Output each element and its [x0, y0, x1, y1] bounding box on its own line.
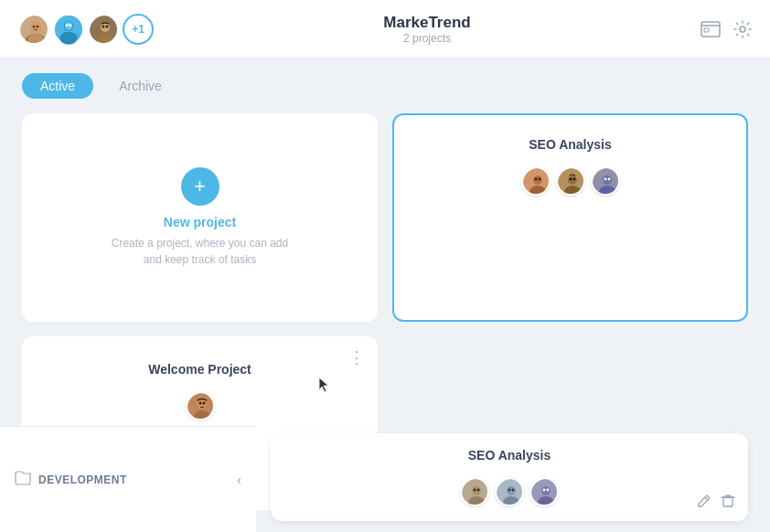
- svg-point-49: [508, 489, 511, 492]
- tabs: Active Archive: [0, 59, 770, 99]
- seo-analysis-title-bottom: SEO Analysis: [289, 448, 730, 463]
- seo-analysis-avatars-top: [416, 166, 724, 196]
- dev-label: DEVELOPMENT: [38, 473, 230, 486]
- seo-actions: [697, 494, 735, 512]
- svg-point-55: [547, 489, 550, 492]
- svg-rect-19: [704, 28, 709, 32]
- svg-point-44: [474, 489, 476, 492]
- svg-point-12: [69, 24, 71, 27]
- seo-bot-avatar-3: [529, 477, 559, 506]
- new-project-card[interactable]: + New project Create a project, where yo…: [22, 113, 378, 322]
- seo-bot-avatar-1: [460, 477, 489, 506]
- tab-archive[interactable]: Archive: [101, 73, 180, 99]
- header: +1 MarkeTrend 2 projects: [0, 0, 770, 59]
- project-count: 2 projects: [383, 32, 470, 45]
- avatar-2-blue[interactable]: [53, 14, 84, 45]
- header-title: MarkeTrend 2 projects: [383, 14, 470, 45]
- svg-point-20: [740, 27, 745, 32]
- bottom-section: DEVELOPMENT ‹ SEO Analysis: [0, 426, 770, 532]
- svg-point-50: [512, 489, 515, 492]
- welcome-project-title: Welcome Project: [44, 362, 356, 377]
- avatar-count[interactable]: +1: [123, 14, 154, 45]
- add-project-button[interactable]: +: [181, 167, 219, 206]
- more-options-button[interactable]: ⋮: [348, 349, 365, 366]
- svg-point-35: [607, 178, 610, 181]
- header-actions: [700, 20, 752, 38]
- svg-point-30: [572, 178, 575, 181]
- proj-avatar-3: [591, 166, 620, 196]
- seo-analysis-card-bottom[interactable]: SEO Analysis: [271, 433, 748, 521]
- svg-point-22: [533, 176, 542, 185]
- tab-active[interactable]: Active: [22, 73, 93, 99]
- svg-point-45: [477, 489, 480, 492]
- delete-button[interactable]: [721, 494, 735, 512]
- svg-point-40: [202, 402, 205, 405]
- proj-avatar-2: [556, 166, 585, 196]
- svg-point-27: [568, 176, 577, 185]
- avatar-1[interactable]: [18, 14, 49, 45]
- seo-analysis-card-top[interactable]: SEO Analysis: [392, 113, 748, 322]
- seo-bot-avatar-2: [495, 477, 524, 506]
- welcome-avatar-1: [186, 391, 215, 420]
- share-button[interactable]: [700, 21, 721, 37]
- svg-point-32: [603, 176, 612, 185]
- new-project-title: New project: [164, 215, 236, 229]
- seo-analysis-avatars-bottom: [289, 477, 730, 506]
- svg-point-5: [37, 25, 39, 27]
- svg-point-11: [66, 24, 69, 27]
- edit-button[interactable]: [697, 494, 711, 512]
- avatar-3[interactable]: [88, 14, 119, 45]
- svg-point-34: [604, 178, 606, 181]
- svg-point-52: [541, 486, 551, 495]
- svg-point-39: [198, 402, 201, 405]
- seo-analysis-title-top: SEO Analysis: [416, 137, 724, 152]
- chevron-left-icon[interactable]: ‹: [237, 473, 241, 487]
- svg-point-42: [472, 486, 481, 495]
- header-avatars: +1: [18, 14, 154, 45]
- app-title: MarkeTrend: [383, 14, 470, 32]
- folder-icon: [15, 471, 31, 489]
- svg-point-3: [30, 22, 41, 33]
- svg-point-25: [538, 178, 540, 181]
- welcome-avatars: [44, 391, 356, 420]
- svg-point-29: [569, 178, 572, 181]
- proj-avatar-1: [521, 166, 551, 196]
- new-project-desc: Create a project, where you can addand k…: [112, 235, 288, 268]
- svg-point-24: [534, 178, 537, 181]
- svg-point-17: [106, 25, 109, 27]
- dev-sidebar: DEVELOPMENT ‹: [0, 426, 256, 532]
- svg-rect-56: [723, 497, 733, 506]
- svg-point-9: [59, 31, 77, 44]
- svg-point-16: [102, 25, 105, 27]
- settings-button[interactable]: [733, 20, 752, 38]
- svg-point-54: [543, 489, 546, 492]
- svg-point-47: [507, 486, 516, 495]
- svg-point-4: [33, 25, 36, 27]
- svg-point-10: [65, 22, 73, 30]
